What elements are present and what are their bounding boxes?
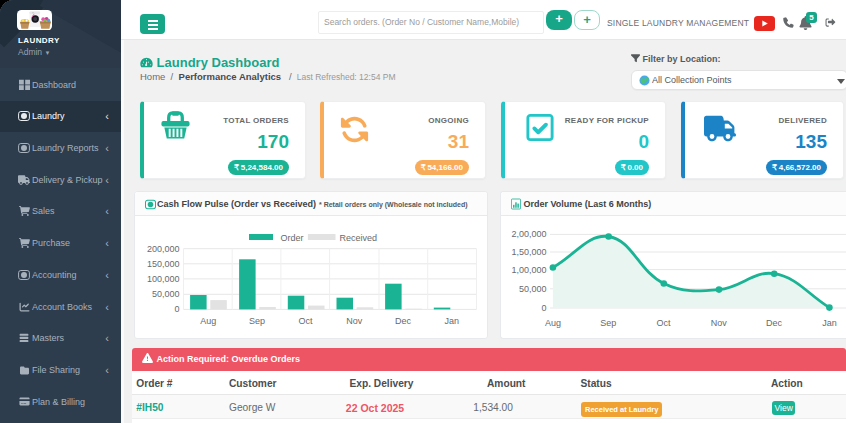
svg-text:Nov: Nov [710, 318, 727, 328]
svg-text:Aug: Aug [544, 318, 560, 328]
svg-text:Aug: Aug [200, 316, 216, 326]
svg-text:Sep: Sep [248, 316, 264, 326]
svg-text:Nov: Nov [346, 316, 363, 326]
svg-text:1,00,000: 1,00,000 [511, 265, 546, 275]
svg-text:Dec: Dec [766, 318, 783, 328]
svg-text:1,50,000: 1,50,000 [511, 247, 546, 257]
svg-text:50,000: 50,000 [518, 284, 546, 294]
svg-text:150,000: 150,000 [146, 259, 179, 269]
svg-text:Oct: Oct [298, 316, 313, 326]
svg-text:Dec: Dec [394, 316, 411, 326]
svg-text:0: 0 [541, 303, 546, 313]
svg-text:Sep: Sep [600, 318, 616, 328]
svg-text:0: 0 [174, 304, 179, 314]
svg-text:200,000: 200,000 [146, 244, 179, 254]
svg-text:Jan: Jan [822, 318, 837, 328]
svg-text:100,000: 100,000 [146, 274, 179, 284]
svg-text:2,00,000: 2,00,000 [511, 229, 546, 239]
svg-text:Received: Received [339, 233, 377, 243]
svg-text:Oct: Oct [656, 318, 671, 328]
svg-text:Jan: Jan [444, 316, 459, 326]
svg-text:Order: Order [280, 233, 303, 243]
svg-text:50,000: 50,000 [151, 289, 179, 299]
